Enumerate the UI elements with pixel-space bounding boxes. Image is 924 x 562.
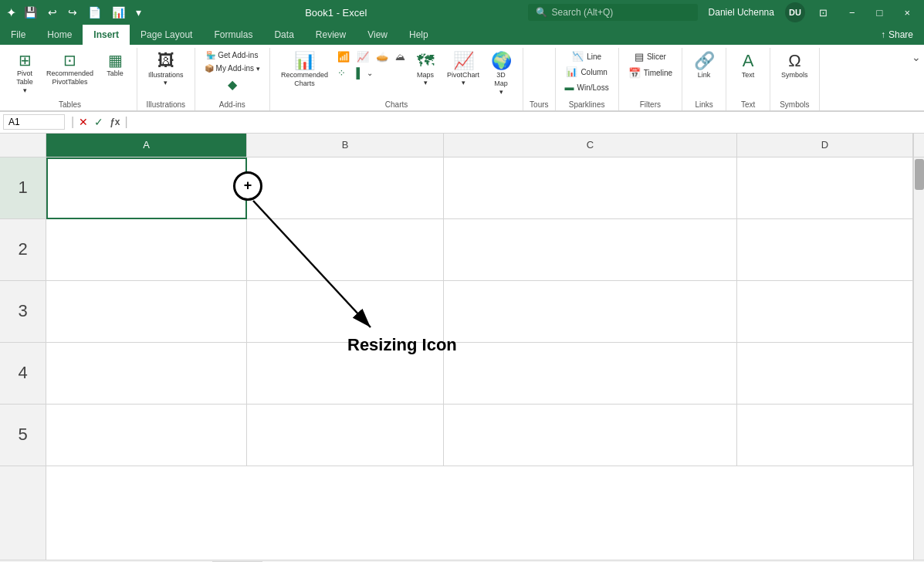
maps-button[interactable]: 🗺 Maps ▾ bbox=[410, 49, 441, 90]
maximize-btn[interactable]: □ bbox=[869, 4, 891, 22]
column-sparkline-icon: 📊 bbox=[566, 66, 577, 77]
cell-d3[interactable] bbox=[737, 281, 913, 343]
tab-data[interactable]: Data bbox=[263, 25, 304, 45]
addins-items: 🏪 Get Add-ins 📦 My Add-ins ▾ ◆ bbox=[201, 49, 263, 99]
symbols-items: Ω Symbols bbox=[777, 49, 813, 99]
cell-d5[interactable] bbox=[737, 405, 913, 466]
cell-a1[interactable] bbox=[46, 157, 247, 219]
cell-b2[interactable] bbox=[247, 219, 444, 281]
cell-b3[interactable] bbox=[247, 281, 444, 343]
row-header-4[interactable]: 4 bbox=[0, 343, 46, 405]
cell-b1[interactable] bbox=[247, 157, 444, 219]
row-header-3[interactable]: 3 bbox=[0, 281, 46, 343]
title-bar-left: ✦ 💾 ↩ ↪ 📄 📊 ▾ bbox=[6, 5, 144, 20]
area-chart-button[interactable]: ⛰ bbox=[392, 49, 408, 64]
cell-c1[interactable] bbox=[444, 157, 737, 219]
cell-a5[interactable] bbox=[46, 405, 247, 466]
name-box[interactable] bbox=[3, 114, 65, 130]
line-chart-button[interactable]: 📈 bbox=[354, 49, 372, 64]
table-button[interactable]: ▦ Table bbox=[100, 49, 130, 80]
row-header-1[interactable]: 1 bbox=[0, 157, 46, 219]
new-qat-btn[interactable]: 📄 bbox=[85, 5, 104, 20]
illustrations-button[interactable]: 🖼 Illustrations ▾ bbox=[144, 49, 188, 90]
col-header-c[interactable]: C bbox=[444, 134, 737, 157]
cell-c3[interactable] bbox=[444, 281, 737, 343]
close-btn[interactable]: × bbox=[896, 4, 918, 22]
column-chart-button[interactable]: ▐ bbox=[350, 66, 363, 80]
win-loss-sparkline-button[interactable]: ▬ Win/Loss bbox=[562, 80, 612, 94]
ribbon-group-tables: ⊞ PivotTable ▾ ⊡ RecommendedPivotTables … bbox=[3, 48, 137, 110]
cell-a2[interactable] bbox=[46, 219, 247, 281]
col-header-d[interactable]: D bbox=[737, 134, 913, 157]
ribbon-group-charts: 📊 RecommendedCharts 📶 📈 🥧 bbox=[270, 48, 523, 110]
area-chart-icon: ⛰ bbox=[395, 51, 405, 63]
line-sparkline-button[interactable]: 📉 Line bbox=[562, 49, 612, 63]
cell-a3[interactable] bbox=[46, 281, 247, 343]
pivot-table-button[interactable]: ⊞ PivotTable ▾ bbox=[9, 49, 40, 97]
qat-more-btn[interactable]: ▾ bbox=[133, 5, 144, 20]
insert-function-icon[interactable]: ƒx bbox=[108, 115, 121, 129]
tab-help[interactable]: Help bbox=[398, 25, 439, 45]
recommended-pivot-button[interactable]: ⊡ RecommendedPivotTables bbox=[42, 49, 98, 90]
bar-chart-button[interactable]: 📶 bbox=[334, 49, 353, 64]
tab-formulas[interactable]: Formulas bbox=[203, 25, 263, 45]
tab-home[interactable]: Home bbox=[36, 25, 83, 45]
expand-charts-btn[interactable]: ⌄ bbox=[364, 67, 376, 79]
bar-chart-icon: 📶 bbox=[337, 51, 350, 63]
cancel-formula-icon[interactable]: ✕ bbox=[77, 114, 90, 130]
sparklines-items: 📉 Line 📊 Column ▬ Win/Loss bbox=[562, 49, 612, 99]
timeline-button[interactable]: 📅 Timeline bbox=[625, 66, 675, 80]
recommended-charts-button[interactable]: 📊 RecommendedCharts bbox=[276, 49, 333, 91]
column-sparkline-button[interactable]: 📊 Column bbox=[562, 65, 612, 79]
formula-input[interactable] bbox=[131, 115, 921, 129]
search-box[interactable]: 🔍 bbox=[528, 4, 698, 21]
cell-d4[interactable] bbox=[737, 343, 913, 405]
addins-extra-button[interactable]: ◆ bbox=[201, 76, 263, 93]
tab-file[interactable]: File bbox=[0, 25, 36, 45]
save-qat-btn[interactable]: 💾 bbox=[21, 5, 40, 20]
cell-d2[interactable] bbox=[737, 219, 913, 281]
get-addins-icon: 🏪 bbox=[206, 51, 215, 59]
tab-view[interactable]: View bbox=[357, 25, 398, 45]
cell-c2[interactable] bbox=[444, 219, 737, 281]
tab-page-layout[interactable]: Page Layout bbox=[130, 25, 203, 45]
pie-chart-button[interactable]: 🥧 bbox=[373, 49, 391, 64]
column-chart-icon: ▐ bbox=[353, 67, 360, 79]
excel-icon: ✦ bbox=[6, 5, 16, 20]
search-input[interactable] bbox=[552, 7, 683, 18]
ribbon-display-btn[interactable]: ⊡ bbox=[811, 4, 835, 22]
text-button[interactable]: A Text bbox=[733, 49, 763, 82]
chart-qat-btn[interactable]: 📊 bbox=[109, 5, 128, 20]
symbols-button[interactable]: Ω Symbols bbox=[777, 49, 813, 82]
row-header-5[interactable]: 5 bbox=[0, 405, 46, 466]
my-addins-button[interactable]: 📦 My Add-ins ▾ bbox=[201, 63, 263, 74]
cell-b4[interactable] bbox=[247, 343, 444, 405]
confirm-formula-icon[interactable]: ✓ bbox=[93, 114, 105, 130]
undo-qat-btn[interactable]: ↩ bbox=[45, 5, 60, 20]
redo-qat-btn[interactable]: ↪ bbox=[65, 5, 80, 20]
slicer-button[interactable]: ▤ Slicer bbox=[625, 49, 675, 64]
link-button[interactable]: 🔗 Link bbox=[689, 49, 719, 82]
scatter-chart-button[interactable]: ⁘ bbox=[334, 66, 349, 80]
ribbon-expand-btn[interactable]: ⌄ bbox=[912, 51, 921, 63]
vertical-scrollbar[interactable] bbox=[913, 157, 924, 560]
cell-a4[interactable] bbox=[46, 343, 247, 405]
tab-insert[interactable]: Insert bbox=[83, 25, 130, 45]
tables-label: Tables bbox=[59, 100, 81, 109]
row-header-2[interactable]: 2 bbox=[0, 219, 46, 281]
pivot-chart-button[interactable]: 📈 PivotChart ▾ bbox=[442, 49, 484, 90]
cell-c4[interactable] bbox=[444, 343, 737, 405]
cell-c5[interactable] bbox=[444, 405, 737, 466]
col-header-a[interactable]: A bbox=[46, 134, 247, 157]
filters-items: ▤ Slicer 📅 Timeline bbox=[625, 49, 675, 99]
cell-b5[interactable] bbox=[247, 405, 444, 466]
ribbon-group-text: A Text Text bbox=[726, 48, 770, 110]
cell-d1[interactable] bbox=[737, 157, 913, 219]
col-header-b[interactable]: B bbox=[247, 134, 444, 157]
formula-bar-sep2: | bbox=[122, 115, 131, 129]
share-button[interactable]: ↑ Share bbox=[870, 25, 924, 45]
minimize-btn[interactable]: − bbox=[841, 4, 863, 22]
get-addins-button[interactable]: 🏪 Get Add-ins bbox=[201, 49, 263, 61]
tab-review[interactable]: Review bbox=[305, 25, 357, 45]
3d-map-button[interactable]: 🌍 3DMap ▾ bbox=[486, 49, 516, 99]
